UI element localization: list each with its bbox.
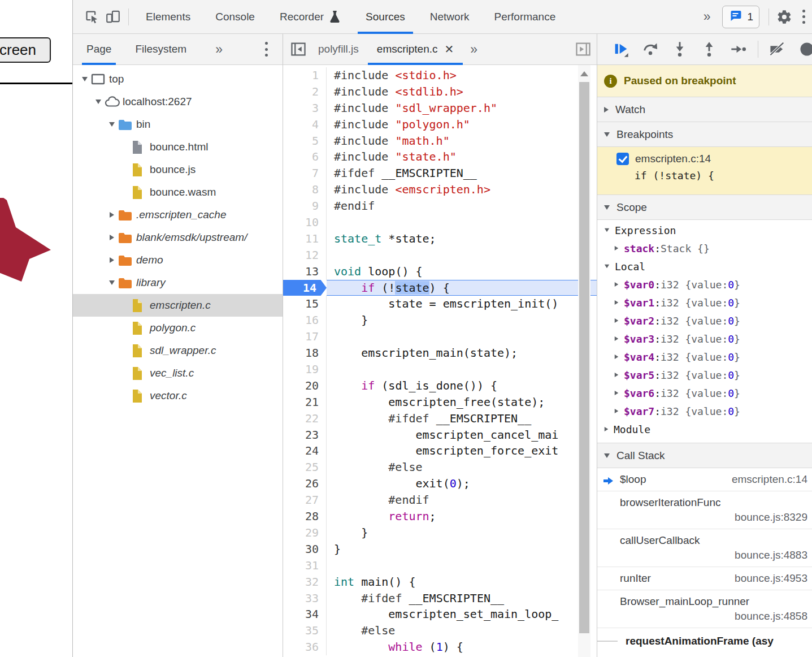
line-number[interactable]: 1 [283,67,327,84]
tree-item-bounce-wasm[interactable]: bounce.wasm [73,181,283,204]
stack-frame-browser-mainloop-runner[interactable]: Browser_mainLoop_runnerbounce.js:4858 [597,590,812,628]
fullscreen-button[interactable]: screen [0,37,51,63]
step-icon[interactable] [724,38,753,60]
line-number[interactable]: 21 [283,394,327,410]
section-scope[interactable]: Scope [597,194,812,220]
scope-property-var1[interactable]: $var1: i32 {value: 0} [597,293,812,312]
tree-item-emscripten-cache[interactable]: .emscripten_cache [73,204,283,226]
code-editor[interactable]: 1#include <stdio.h>2#include <stdlib.h>3… [283,65,597,657]
section-breakpoints[interactable]: Breakpoints [597,122,812,147]
line-number[interactable]: 11 [283,231,327,247]
scope-property-var7[interactable]: $var7: i32 {value: 0} [597,402,812,420]
tree-item-demo[interactable]: demo [73,249,283,271]
tree-item-top[interactable]: top [73,68,283,90]
line-number[interactable]: 22 [283,410,327,427]
line-number[interactable]: 30 [283,541,327,557]
scrollbar-up-arrow[interactable] [578,65,590,82]
stack-frame-loop[interactable]: $loopemscripten.c:14 [597,468,812,491]
line-number[interactable]: 32 [283,574,327,590]
stack-frame-runiter[interactable]: runIterbounce.js:4953 [597,567,812,590]
tab-performance[interactable]: Performance [481,0,568,34]
tab-console[interactable]: Console [203,0,267,34]
tab-filesystem[interactable]: Filesystem [133,34,189,65]
line-number[interactable]: 6 [283,149,327,165]
breakpoint-checkbox[interactable] [616,153,629,165]
scope-property-stack[interactable]: stack: Stack {} [597,239,812,257]
tab-network[interactable]: Network [418,0,482,34]
section-watch[interactable]: Watch [597,97,812,122]
resume-script-icon[interactable] [606,38,636,60]
navigator-menu-kebab-icon[interactable] [258,41,275,58]
line-number[interactable]: 4 [283,116,327,133]
line-number[interactable]: 29 [283,525,327,541]
show-debugger-panel-icon[interactable] [572,38,594,60]
tree-item-localhost-2627[interactable]: localhost:2627 [73,90,283,113]
tree-item-sdl-wrapper-c[interactable]: sdl_wrapper.c [73,339,283,362]
scope-section-expression[interactable]: Expression [597,221,812,239]
line-number[interactable]: 16 [283,312,327,328]
scope-property-var3[interactable]: $var3: i32 {value: 0} [597,330,812,348]
line-number[interactable]: 34 [283,606,327,623]
line-number[interactable]: 5 [283,133,327,149]
tree-item-bin[interactable]: bin [73,113,283,136]
line-number[interactable]: 28 [283,508,327,525]
scope-property-var2[interactable]: $var2: i32 {value: 0} [597,312,812,330]
line-number[interactable]: 19 [283,361,327,378]
line-number[interactable]: 9 [283,198,327,214]
execution-line-number-badge[interactable]: 14 [283,280,327,296]
section-call-stack[interactable]: Call Stack [597,443,812,468]
line-number[interactable]: 27 [283,492,327,508]
scope-section-local[interactable]: Local [597,257,812,275]
step-into-icon[interactable] [665,38,694,60]
line-number[interactable]: 3 [283,100,327,116]
more-editor-tabs-icon[interactable]: » [463,42,485,57]
line-number[interactable]: 31 [283,557,327,574]
line-number[interactable]: 26 [283,476,327,492]
line-number[interactable]: 7 [283,165,327,181]
device-toolbar-icon[interactable] [102,6,124,28]
tree-item-polygon-c[interactable]: polygon.c [73,317,283,339]
line-number[interactable]: 25 [283,459,327,476]
tab-sources[interactable]: Sources [353,0,418,34]
pause-on-exceptions-icon[interactable] [792,38,812,60]
scrollbar-thumb[interactable] [579,82,589,633]
tab-recorder[interactable]: Recorder [267,0,353,34]
line-number[interactable]: 12 [283,247,327,263]
line-number[interactable]: 24 [283,443,327,459]
inspect-element-icon[interactable] [81,6,102,28]
tree-item-vec-list-c[interactable]: vec_list.c [73,362,283,384]
more-tabs-icon[interactable]: » [696,9,718,24]
main-menu-kebab-icon[interactable] [795,8,812,25]
line-number[interactable]: 35 [283,623,327,639]
editor-tab-polyfill-js[interactable]: polyfill.js [309,34,368,65]
issues-button[interactable]: 1 [722,6,759,28]
editor-scrollbar[interactable] [578,65,590,657]
tab-elements[interactable]: Elements [133,0,203,34]
tree-item-bounce-js[interactable]: bounce.js [73,158,283,181]
line-number[interactable]: 13 [283,263,327,280]
line-number[interactable]: 15 [283,296,327,312]
scope-property-var5[interactable]: $var5: i32 {value: 0} [597,366,812,384]
line-number[interactable]: 8 [283,181,327,198]
scope-property-var0[interactable]: $var0: i32 {value: 0} [597,275,812,293]
tree-item-bounce-html[interactable]: bounce.html [73,136,283,158]
line-number[interactable]: 36 [283,639,327,655]
step-out-icon[interactable] [694,38,724,60]
settings-gear-icon[interactable] [774,6,795,28]
tree-item-blank-emsdk-upstream[interactable]: blank/emsdk/upstream/ [73,226,283,249]
scope-property-var6[interactable]: $var6: i32 {value: 0} [597,384,812,402]
breakpoint-entry[interactable]: emscripten.c:14 if (!state) { [597,147,812,195]
more-navigator-tabs-icon[interactable]: » [208,42,230,57]
step-over-icon[interactable] [636,38,665,60]
line-number[interactable]: 18 [283,345,327,361]
editor-tab-emscripten-c[interactable]: emscripten.c✕ [368,34,463,65]
tree-item-vector-c[interactable]: vector.c [73,384,283,407]
tree-item-emscripten-c[interactable]: emscripten.c [73,294,283,317]
tree-item-library[interactable]: library [73,271,283,294]
stack-frame-browseriterationfunc[interactable]: browserIterationFuncbounce.js:8329 [597,491,812,529]
scope-property-var4[interactable]: $var4: i32 {value: 0} [597,348,812,366]
stack-frame-callusercallback[interactable]: callUserCallbackbounce.js:4883 [597,529,812,567]
deactivate-breakpoints-icon[interactable] [763,38,792,60]
line-number[interactable]: 20 [283,378,327,394]
scope-section-module[interactable]: Module [597,420,812,438]
